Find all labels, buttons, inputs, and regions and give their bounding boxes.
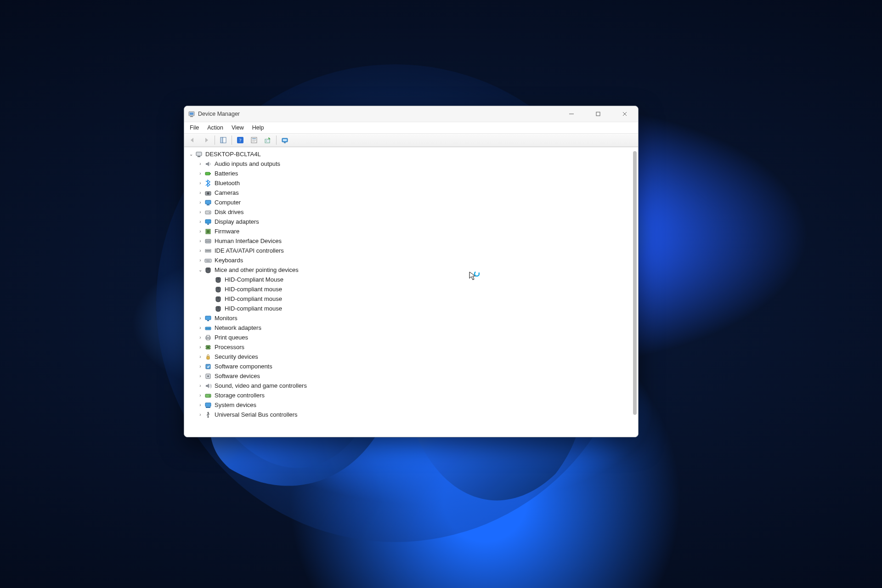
svg-rect-25 [205,172,210,175]
tree-node-label: Batteries [215,170,238,177]
tree-view[interactable]: ⌄DESKTOP-BCLTA4L›Audio inputs and output… [184,147,638,437]
chevron-right-icon[interactable]: › [197,209,204,215]
tree-device-node[interactable]: HID-compliant mouse [188,304,631,313]
tree-node-label: Bluetooth [215,180,240,187]
tree-category-node[interactable]: ›Print queues [188,333,631,342]
toolbar-forward-button[interactable] [200,134,213,146]
tree-category-node[interactable]: ›Storage controllers [188,390,631,400]
display-icon [204,218,212,226]
tree-category-node[interactable]: ›Sound, video and game controllers [188,381,631,390]
chevron-right-icon[interactable]: › [197,402,204,408]
toolbar-properties-button[interactable] [248,134,260,146]
tree-category-node[interactable]: ›IDE ATA/ATAPI controllers [188,246,631,255]
tree-category-node[interactable]: ›Firmware [188,226,631,236]
chevron-down-icon[interactable]: ⌄ [197,267,204,273]
camera-icon [204,189,212,197]
toolbar-update-driver-button[interactable] [261,134,274,146]
maximize-button[interactable] [585,106,611,122]
tree-category-node[interactable]: ›Audio inputs and outputs [188,159,631,169]
toolbar-back-button[interactable] [186,134,199,146]
ide-icon [204,247,212,254]
tree-node-label: Universal Serial Bus controllers [215,411,298,418]
chevron-right-icon[interactable]: › [197,363,204,370]
toolbar-show-hide-button[interactable] [217,134,230,146]
chevron-down-icon[interactable]: ⌄ [188,151,194,158]
tree-node-label: Processors [215,344,244,351]
chevron-right-icon[interactable]: › [197,334,204,341]
menu-file[interactable]: File [186,124,203,132]
tree-category-node[interactable]: ›Bluetooth [188,178,631,188]
tree-root-node[interactable]: ⌄DESKTOP-BCLTA4L [188,149,631,159]
svg-rect-7 [596,112,600,116]
tree-device-node[interactable]: HID-Compliant Mouse [188,275,631,284]
chevron-right-icon[interactable]: › [197,228,204,235]
tree-node-label: Keyboards [215,257,243,264]
chevron-right-icon[interactable]: › [197,383,204,389]
toolbar: ? [184,134,638,147]
svg-rect-22 [284,142,286,143]
chevron-right-icon[interactable]: › [197,199,204,206]
svg-rect-57 [208,328,209,329]
chevron-right-icon[interactable]: › [197,412,204,418]
minimize-button[interactable] [558,106,585,122]
tree-category-node[interactable]: ›Software devices [188,371,631,381]
printer-icon [204,334,212,341]
chevron-right-icon[interactable]: › [197,325,204,331]
tree-node-label: Cameras [215,189,239,197]
svg-rect-42 [206,250,210,251]
svg-rect-33 [205,220,211,223]
chevron-right-icon[interactable]: › [197,238,204,244]
chevron-right-icon[interactable]: › [197,190,204,196]
tree-category-node[interactable]: ›Computer [188,198,631,207]
chevron-right-icon[interactable]: › [197,344,204,351]
vertical-scrollbar[interactable] [633,151,637,415]
chevron-right-icon[interactable]: › [197,373,204,379]
tree-category-node[interactable]: ›Human Interface Devices [188,236,631,246]
tree-node-label: IDE ATA/ATAPI controllers [215,247,284,254]
security-icon [204,353,212,361]
tree-category-node[interactable]: ›Security devices [188,352,631,362]
softdev-icon [204,373,212,380]
svg-rect-44 [206,260,207,260]
sound-icon [204,382,212,390]
menu-view[interactable]: View [228,124,248,132]
mouse-icon [215,295,222,303]
mouse-icon [215,276,222,283]
tree-category-node[interactable]: ›Processors [188,342,631,352]
tree-category-node[interactable]: ›Keyboards [188,255,631,265]
tree-category-node[interactable]: ›Software components [188,362,631,371]
tree-device-node[interactable]: HID-compliant mouse [188,284,631,294]
chevron-right-icon[interactable]: › [197,170,204,177]
close-button[interactable] [611,106,638,122]
chevron-right-icon[interactable]: › [197,354,204,360]
svg-rect-72 [205,394,211,397]
tree-category-node[interactable]: ›Network adapters [188,323,631,333]
chevron-right-icon[interactable]: › [197,315,204,322]
svg-rect-60 [207,335,209,337]
chevron-right-icon[interactable]: › [197,180,204,187]
toolbar-help-button[interactable]: ? [234,134,247,146]
tree-category-node[interactable]: ›Display adapters [188,217,631,226]
tree-node-label: Security devices [215,353,258,361]
chevron-right-icon[interactable]: › [197,219,204,225]
tree-category-node[interactable]: ›Disk drives [188,207,631,217]
chevron-right-icon[interactable]: › [197,248,204,254]
chevron-right-icon[interactable]: › [197,257,204,264]
chevron-right-icon[interactable]: › [197,161,204,167]
menu-help[interactable]: Help [249,124,268,132]
chevron-right-icon[interactable]: › [197,392,204,399]
tree-category-node[interactable]: ›Universal Serial Bus controllers [188,410,631,419]
tree-node-label: Display adapters [215,218,259,226]
tree-device-node[interactable]: HID-compliant mouse [188,294,631,304]
tree-category-node[interactable]: ›System devices [188,400,631,410]
tree-node-label: Network adapters [215,324,261,332]
device-manager-window[interactable]: Device Manager File Action View Help [184,106,639,437]
tree-category-node[interactable]: ›Cameras [188,188,631,198]
tree-category-node[interactable]: ⌄Mice and other pointing devices [188,265,631,275]
menu-action[interactable]: Action [204,124,227,132]
tree-category-node[interactable]: ›Batteries [188,169,631,178]
tree-category-node[interactable]: ›Monitors [188,313,631,323]
toolbar-scan-button[interactable] [278,134,291,146]
titlebar[interactable]: Device Manager [184,106,638,122]
svg-point-40 [209,241,210,242]
